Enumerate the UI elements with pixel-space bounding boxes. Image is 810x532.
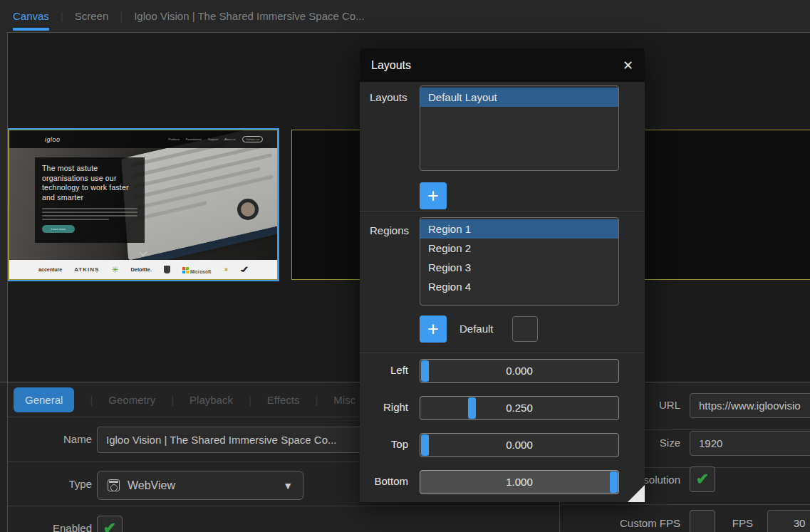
preview-site-header: igloo Products Foundations Support About… (9, 130, 277, 148)
list-item-region-3[interactable]: Region 3 (422, 258, 617, 277)
accenture-logo: accenture (38, 267, 62, 272)
layouts-list: Default Layout (420, 85, 619, 171)
type-label: Type (8, 478, 92, 490)
nike-swoosh-icon: ✓ (237, 264, 252, 275)
dialog-title: Layouts (371, 59, 411, 72)
layouts-section-label: Layouts (370, 91, 412, 103)
list-item-region-2[interactable]: Region 2 (422, 239, 617, 258)
close-icon[interactable]: ✕ (623, 58, 633, 73)
right-slider[interactable]: 0.250 (420, 396, 619, 420)
tab-effects[interactable]: Effects (267, 394, 300, 406)
add-region-button[interactable]: + (420, 315, 447, 343)
dialog-resize-grip[interactable] (628, 485, 645, 502)
tab-separator: | (315, 394, 318, 406)
left-slider-label: Left (360, 364, 408, 376)
tab-separator: | (171, 394, 174, 406)
fps-label: FPS (668, 517, 753, 529)
tab-misc[interactable]: Misc (333, 394, 355, 406)
plus-icon: + (427, 187, 439, 206)
list-item-region-4[interactable]: Region 4 (422, 277, 617, 296)
slider-value: 0.000 (420, 365, 618, 377)
preview-nav-item: About us (224, 137, 236, 141)
microsoft-logo: Microsoft (182, 264, 211, 276)
top-slider[interactable]: 0.000 (420, 433, 619, 457)
default-label: Default (459, 323, 494, 335)
preview-learn-more-button: Learn more (42, 225, 75, 233)
tab-playback[interactable]: Playback (189, 394, 233, 406)
slider-value: 0.000 (420, 439, 618, 451)
tab-geometry[interactable]: Geometry (108, 394, 155, 406)
regions-list: Region 1 Region 2 Region 3 Region 4 (420, 217, 619, 306)
list-item-region-1[interactable]: Region 1 (420, 219, 618, 239)
resolution-checkbox[interactable]: ✔ (690, 466, 715, 492)
plus-icon: + (427, 320, 439, 339)
check-icon: ✔ (696, 471, 709, 487)
app-window: Canvas | Screen | Igloo Vision | The Sha… (0, 0, 810, 532)
preview-hero-title: The most astute organisations use our te… (42, 164, 137, 203)
custom-fps-label: Custom FPS (561, 517, 680, 529)
right-slider-label: Right (360, 401, 408, 413)
row-divider (561, 504, 810, 505)
enabled-checkbox[interactable]: ✔ (97, 516, 123, 532)
preview-hero-card: The most astute organisations use our te… (35, 157, 145, 243)
webview-icon (108, 479, 120, 491)
default-checkbox[interactable] (512, 316, 538, 342)
preview-nav-item: Products (168, 137, 180, 141)
tab-general[interactable]: General (14, 387, 74, 412)
left-slider[interactable]: 0.000 (420, 359, 619, 383)
section-divider (360, 353, 645, 353)
presenter-avatar (237, 199, 259, 220)
check-icon: ✔ (103, 521, 116, 532)
section-divider (360, 211, 645, 212)
slider-value: 1.000 (420, 476, 618, 488)
layouts-dialog: Layouts ✕ Layouts Default Layout + Regio… (360, 48, 645, 502)
bottom-slider-label: Bottom (360, 475, 408, 487)
tab-separator: | (90, 394, 93, 406)
bottom-slider[interactable]: 1.000 (420, 470, 619, 494)
enabled-label: Enabled (8, 522, 92, 532)
regions-section-label: Regions (370, 224, 412, 236)
deloitte-logo: Deloitte. (130, 266, 152, 273)
size-input[interactable]: 1920 (690, 431, 810, 456)
tab-webview-source[interactable]: Igloo Vision | The Shared Immersive Spac… (134, 10, 365, 22)
top-slider-label: Top (360, 438, 408, 450)
tab-screen[interactable]: Screen (75, 10, 109, 22)
slider-value: 0.250 (420, 402, 618, 414)
layouts-dialog-titlebar[interactable]: Layouts ✕ (360, 48, 645, 82)
top-tab-bar: Canvas | Screen | Igloo Vision | The Sha… (0, 0, 810, 32)
tab-separator: | (249, 394, 251, 406)
preview-site-nav: Products Foundations Support About us Co… (168, 136, 263, 142)
name-label: Name (8, 433, 92, 445)
emblem-logo-icon: ✶ (223, 266, 229, 273)
top-slider-row: Top 0.000 (360, 433, 645, 457)
tab-separator: | (61, 10, 63, 22)
bp-logo-icon: ✳ (111, 266, 118, 274)
chevron-down-icon: ▼ (283, 480, 293, 491)
fps-input[interactable]: 30 (767, 510, 810, 532)
preview-contact-button: Contact us (242, 136, 263, 142)
preview-client-logo-bar: accenture ATKINS ✳ Deloitte. Microsoft ✶… (9, 260, 277, 279)
preview-nav-item: Foundations (186, 137, 202, 141)
igloo-logo: igloo (45, 136, 61, 143)
tab-canvas[interactable]: Canvas (13, 10, 49, 22)
add-layout-button[interactable]: + (420, 182, 447, 209)
type-dropdown[interactable]: WebView ▼ (97, 471, 303, 500)
left-slider-row: Left 0.000 (360, 359, 645, 383)
right-slider-row: Right 0.250 (360, 396, 645, 420)
atkins-logo: ATKINS (74, 266, 99, 273)
webview-preview: igloo Products Foundations Support About… (9, 130, 277, 279)
preview-nav-item: Support (208, 137, 218, 141)
enabled-row: Enabled ✔ (8, 506, 559, 532)
active-tab-underline (13, 28, 49, 31)
canvas-region-1[interactable]: igloo Products Foundations Support About… (9, 130, 278, 280)
bottom-slider-row: Bottom 1.000 (360, 470, 645, 494)
list-item-default-layout[interactable]: Default Layout (420, 88, 618, 107)
url-input[interactable]: https://www.igloovisio (690, 393, 810, 418)
crest-logo-icon (164, 266, 170, 273)
tab-separator: | (120, 10, 123, 22)
